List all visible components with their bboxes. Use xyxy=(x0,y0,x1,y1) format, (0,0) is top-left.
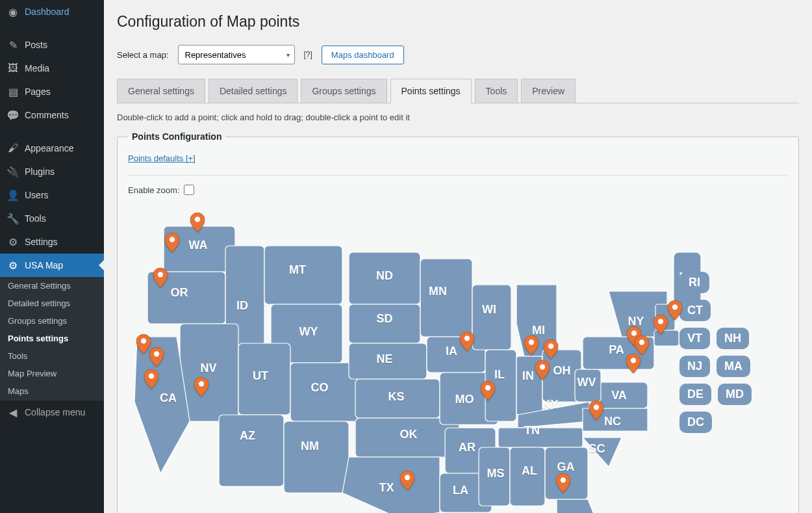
sub-tools[interactable]: Tools xyxy=(0,347,104,365)
state-pill-dc[interactable]: DC xyxy=(679,412,712,433)
sidebar-item-label: Tools xyxy=(25,213,46,224)
svg-rect-3 xyxy=(264,246,342,304)
svg-point-43 xyxy=(405,475,410,480)
points-config-fieldset: Points Configuration Points defaults [+]… xyxy=(117,131,799,513)
svg-rect-5 xyxy=(180,324,238,421)
map-pin[interactable] xyxy=(556,473,570,493)
tabs: General settingsDetailed settingsGroups … xyxy=(117,79,799,103)
toolbar: Select a map: Representatives ▾ [?] Maps… xyxy=(117,45,799,64)
sidebar-item-comments[interactable]: 💬 Comments xyxy=(0,103,104,127)
collapse-menu[interactable]: ◀ Collapse menu xyxy=(0,400,104,424)
sub-general-settings[interactable]: General Settings xyxy=(0,277,104,295)
state-pill-ct[interactable]: CT xyxy=(679,300,711,321)
enable-zoom-checkbox[interactable] xyxy=(184,185,194,195)
map-pin[interactable] xyxy=(144,369,159,389)
sub-detailed-settings[interactable]: Detailed settings xyxy=(0,295,104,312)
sub-groups-settings[interactable]: Groups settings xyxy=(0,312,104,330)
svg-point-41 xyxy=(464,335,470,341)
map-pin[interactable] xyxy=(544,339,558,359)
sidebar-item-plugins[interactable]: 🔌 Plugins xyxy=(0,160,104,183)
tab-tools[interactable]: Tools xyxy=(475,79,518,103)
comments-icon: 💬 xyxy=(6,109,19,122)
map-pin[interactable] xyxy=(535,360,550,380)
map-pin[interactable] xyxy=(190,213,205,232)
map-pin[interactable] xyxy=(635,335,649,355)
pages-icon: ▤ xyxy=(6,85,19,98)
map-pin[interactable] xyxy=(149,347,164,367)
instruction-text: Double-click to add a point; click and h… xyxy=(117,112,799,122)
sidebar-item-label: Comments xyxy=(25,110,69,120)
usa-map[interactable]: WAORIDMTWYNVUTCAAZCONMNDSDNEKSOKTXMNIAMO… xyxy=(128,207,752,513)
admin-sidebar: ◉ Dashboard ✎ Posts 🖼 Media ▤ Pages 💬 Co… xyxy=(0,0,104,513)
sidebar-item-label: Users xyxy=(25,190,49,200)
state-pill-de[interactable]: DE xyxy=(679,384,711,405)
main-content: Configuration of Map points Select a map… xyxy=(104,0,812,513)
tab-preview[interactable]: Preview xyxy=(521,79,576,103)
users-icon: 👤 xyxy=(6,189,19,202)
tab-points-settings[interactable]: Points settings xyxy=(390,79,472,103)
page-title: Configuration of Map points xyxy=(117,0,799,37)
sidebar-item-pages[interactable]: ▤ Pages xyxy=(0,80,104,103)
map-pin[interactable] xyxy=(524,335,539,355)
map-pin[interactable] xyxy=(400,471,414,490)
svg-point-34 xyxy=(195,217,200,222)
sidebar-item-posts[interactable]: ✎ Posts xyxy=(0,33,104,57)
map-pin[interactable] xyxy=(653,315,668,334)
settings-icon: ⚙ xyxy=(6,235,19,248)
map-pin[interactable] xyxy=(153,268,168,287)
sidebar-item-label: Media xyxy=(25,63,49,73)
tab-detailed-settings[interactable]: Detailed settings xyxy=(209,79,298,103)
svg-rect-10 xyxy=(349,252,420,304)
svg-point-53 xyxy=(672,304,678,309)
sidebar-item-appearance[interactable]: 🖌 Appearance xyxy=(0,137,104,160)
svg-point-50 xyxy=(639,339,644,345)
tab-general-settings[interactable]: General settings xyxy=(117,79,205,103)
map-pin[interactable] xyxy=(136,334,151,354)
map-pin[interactable] xyxy=(589,401,603,420)
svg-point-45 xyxy=(548,343,553,349)
collapse-label: Collapse menu xyxy=(25,407,85,417)
svg-rect-25 xyxy=(479,447,510,506)
svg-point-52 xyxy=(658,319,663,324)
sidebar-submenu: General Settings Detailed settings Group… xyxy=(0,277,104,400)
sidebar-item-tools[interactable]: 🔧 Tools xyxy=(0,207,104,230)
svg-point-39 xyxy=(149,373,154,378)
state-pill-md[interactable]: MD xyxy=(718,384,752,405)
map-pin[interactable] xyxy=(481,381,495,401)
sidebar-item-settings[interactable]: ⚙ Settings xyxy=(0,230,104,254)
svg-rect-11 xyxy=(349,304,420,343)
svg-point-36 xyxy=(158,272,163,277)
svg-point-40 xyxy=(199,381,204,386)
sidebar-item-label: Plugins xyxy=(25,166,55,177)
points-defaults-link[interactable]: Points defaults [+] xyxy=(128,153,196,163)
sub-points-settings[interactable]: Points settings xyxy=(0,330,104,347)
svg-rect-9 xyxy=(284,421,349,493)
state-pill-nh[interactable]: NH xyxy=(717,328,749,349)
help-icon[interactable]: [?] xyxy=(304,50,312,59)
sub-map-preview[interactable]: Map Preview xyxy=(0,365,104,382)
tools-icon: 🔧 xyxy=(6,212,19,225)
sidebar-item-usa-map[interactable]: ⚙ USA Map xyxy=(0,254,104,277)
tab-groups-settings[interactable]: Groups settings xyxy=(301,79,387,103)
map-select[interactable]: Representatives xyxy=(178,45,295,64)
svg-point-35 xyxy=(170,237,175,242)
map-pin[interactable] xyxy=(668,300,682,320)
sidebar-item-users[interactable]: 👤 Users xyxy=(0,183,104,207)
map-pin[interactable] xyxy=(165,233,179,252)
state-pill-ri[interactable]: RI xyxy=(679,272,709,293)
appearance-icon: 🖌 xyxy=(6,142,19,155)
sub-maps[interactable]: Maps xyxy=(0,382,104,400)
sidebar-item-media[interactable]: 🖼 Media xyxy=(0,57,104,80)
map-pin[interactable] xyxy=(460,332,474,351)
sidebar-item-dashboard[interactable]: ◉ Dashboard xyxy=(0,0,104,23)
svg-rect-29 xyxy=(575,369,601,402)
state-pill-ma[interactable]: MA xyxy=(717,356,750,377)
small-states-labels: RICTVTNHNJMADEMDDC xyxy=(679,272,752,433)
svg-point-44 xyxy=(529,339,534,345)
maps-dashboard-button[interactable]: Maps dashboard xyxy=(322,46,404,64)
media-icon: 🖼 xyxy=(6,62,19,75)
state-pill-vt[interactable]: VT xyxy=(679,328,710,349)
state-pill-nj[interactable]: NJ xyxy=(679,356,710,377)
map-pin[interactable] xyxy=(626,354,641,373)
map-pin[interactable] xyxy=(194,377,209,397)
